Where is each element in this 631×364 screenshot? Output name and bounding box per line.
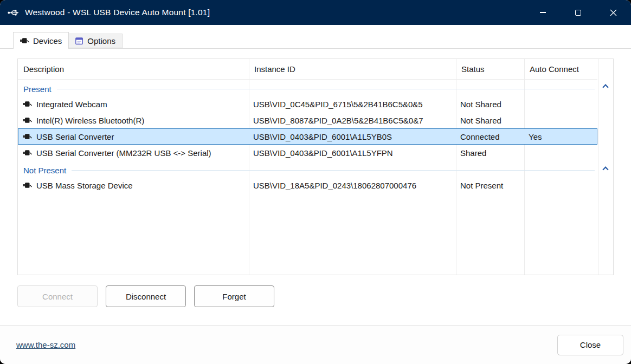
settings-window-icon [75, 37, 83, 45]
close-button[interactable]: Close [557, 335, 623, 355]
usb-symbol-icon [7, 6, 19, 18]
device-instance-id: USB\VID_18A5&PID_0243\18062807000476 [249, 181, 456, 190]
group-header-not-present: Not Present [18, 163, 597, 177]
device-list: Description Instance ID Status Auto Conn… [17, 58, 614, 275]
usb-plug-icon [20, 37, 29, 44]
device-description-cell: USB Serial Converter (MM232R USB <-> Ser… [18, 148, 249, 158]
device-status: Shared [456, 148, 524, 158]
usb-plug-icon [23, 150, 32, 156]
column-header-instance-id[interactable]: Instance ID [249, 64, 456, 74]
column-header-auto-connect[interactable]: Auto Connect [524, 64, 597, 74]
device-row-usb-mass-storage[interactable]: USB Mass Storage Device USB\VID_18A5&PID… [18, 177, 597, 193]
footer-bar: www.the-sz.com Close [0, 325, 631, 364]
device-status: Not Present [456, 181, 524, 190]
device-description-cell: Intel(R) Wireless Bluetooth(R) [18, 116, 249, 125]
window-title: Westwood - WSL USB Device Auto Mount [1.… [25, 8, 210, 17]
app-window: Westwood - WSL USB Device Auto Mount [1.… [0, 0, 631, 364]
usb-plug-icon [23, 182, 32, 188]
close-window-button[interactable] [596, 0, 631, 25]
group-separator-line [57, 89, 595, 89]
device-instance-id: USB\VID_0403&PID_6001\A1L5YFPN [249, 148, 456, 158]
device-description: Intel(R) Wireless Bluetooth(R) [36, 116, 144, 125]
column-header-description[interactable]: Description [18, 64, 249, 74]
collapse-not-present-chevron-icon[interactable] [602, 166, 608, 172]
device-list-rows: Description Instance ID Status Auto Conn… [18, 59, 597, 275]
tab-options-label: Options [87, 36, 115, 46]
device-row-bluetooth[interactable]: Intel(R) Wireless Bluetooth(R) USB\VID_8… [18, 112, 597, 128]
device-auto-connect: Yes [524, 132, 597, 141]
tab-devices-label: Devices [33, 36, 62, 46]
usb-plug-icon [23, 133, 32, 140]
window-controls [525, 0, 631, 25]
usb-plug-icon [23, 117, 32, 123]
website-link[interactable]: www.the-sz.com [16, 340, 75, 349]
maximize-icon [575, 10, 581, 16]
devices-tab-panel: Description Instance ID Status Auto Conn… [0, 49, 631, 325]
tab-devices[interactable]: Devices [13, 32, 69, 49]
group-collapse-lane [598, 59, 613, 275]
column-header-status[interactable]: Status [456, 64, 524, 74]
device-status: Connected [456, 132, 524, 141]
device-status: Not Shared [456, 100, 524, 109]
usb-plug-icon [23, 101, 32, 107]
tab-options[interactable]: Options [69, 34, 123, 48]
close-icon [610, 9, 617, 16]
tab-strip: Devices Options [0, 25, 631, 49]
device-description: USB Serial Converter [36, 132, 114, 141]
device-instance-id: USB\VID_0C45&PID_6715\5&2B41B6C5&0&5 [249, 100, 456, 109]
device-instance-id: USB\VID_0403&PID_6001\A1L5YB0S [249, 132, 456, 141]
device-row-usb-serial-converter[interactable]: USB Serial Converter USB\VID_0403&PID_60… [18, 128, 597, 145]
device-description: USB Mass Storage Device [36, 181, 133, 190]
table-header-row: Description Instance ID Status Auto Conn… [18, 59, 597, 80]
device-row-usb-serial-converter-mm232r[interactable]: USB Serial Converter (MM232R USB <-> Ser… [18, 145, 597, 161]
device-description-cell: USB Mass Storage Device [18, 181, 249, 190]
forget-button[interactable]: Forget [194, 285, 274, 307]
device-instance-id: USB\VID_8087&PID_0A2B\5&2B41B6C5&0&7 [249, 116, 456, 125]
device-description-cell: USB Serial Converter [18, 132, 249, 141]
device-status: Not Shared [456, 116, 524, 125]
device-description: USB Serial Converter (MM232R USB <-> Ser… [36, 148, 211, 158]
group-label: Present [23, 84, 51, 94]
maximize-button[interactable] [561, 0, 596, 25]
device-row-integrated-webcam[interactable]: Integrated Webcam USB\VID_0C45&PID_6715\… [18, 96, 597, 112]
group-separator-line [72, 170, 595, 171]
minimize-icon [540, 12, 546, 12]
device-description: Integrated Webcam [36, 100, 107, 109]
action-button-row: Connect Disconnect Forget [17, 285, 614, 307]
group-header-present: Present [18, 82, 597, 96]
minimize-button[interactable] [525, 0, 561, 25]
connect-button[interactable]: Connect [17, 285, 98, 307]
disconnect-button[interactable]: Disconnect [106, 285, 186, 307]
titlebar[interactable]: Westwood - WSL USB Device Auto Mount [1.… [0, 0, 631, 25]
device-description-cell: Integrated Webcam [18, 100, 249, 109]
collapse-present-chevron-icon[interactable] [602, 84, 608, 90]
group-label: Not Present [23, 166, 66, 175]
